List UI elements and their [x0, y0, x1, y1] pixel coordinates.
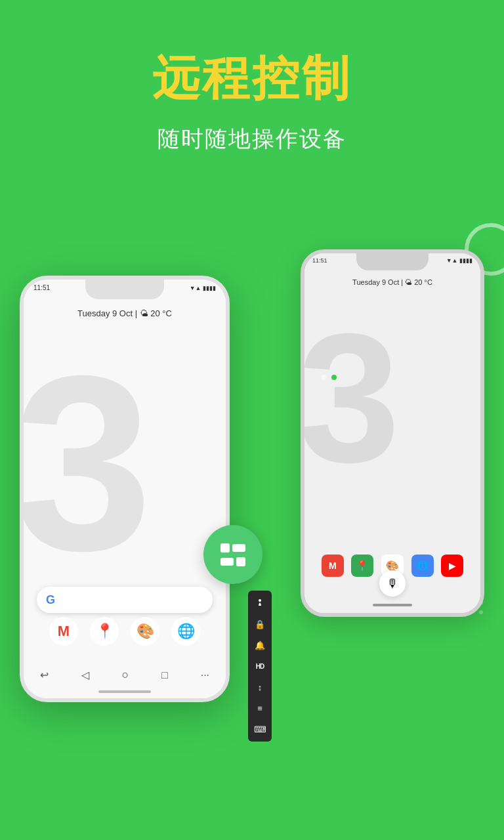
- toolbar-keyboard-icon[interactable]: ⌨: [249, 719, 270, 739]
- page-wrapper: 远程控制 随时随地操作设备 11:51 ▼▲ ▮▮▮▮ 3 Tuesday 9 …: [0, 0, 504, 840]
- phone-back: 11:51 ▼▲ ▮▮▮▮ 3 Tuesday 9 Oct | 🌤 20 °C …: [301, 249, 484, 617]
- phone-back-home-indicator: [373, 604, 412, 606]
- header-section: 远程控制 随时随地操作设备: [0, 0, 504, 154]
- phone-back-date-weather: Tuesday 9 Oct | 🌤 20 °C: [304, 278, 480, 286]
- phone-front-google-bar[interactable]: G: [37, 587, 213, 613]
- phone-front-date-weather: Tuesday 9 Oct | 🌤 20 °C: [24, 308, 226, 318]
- nav-home-circle-icon: ○: [122, 668, 129, 682]
- icon-chrome-front: 🌐: [171, 617, 200, 646]
- main-title: 远程控制: [0, 52, 504, 104]
- remote-control-button[interactable]: [203, 525, 262, 584]
- icon-chrome-back: 🌐: [411, 555, 434, 577]
- phone-front-home-indicator: [98, 690, 151, 693]
- nav-home-triangle-icon: ◁: [81, 669, 89, 681]
- phone-back-status-bar: 11:51 ▼▲ ▮▮▮▮: [312, 257, 472, 264]
- phone-front-frame: 11:51 ▼▲ ▮▮▮▮ 3 Tuesday 9 Oct | 🌤 20 °C …: [20, 276, 230, 702]
- nav-back-icon: ↩: [40, 669, 49, 681]
- phone-front-screen: 11:51 ▼▲ ▮▮▮▮ 3 Tuesday 9 Oct | 🌤 20 °C …: [24, 280, 226, 698]
- phone-front-dock: M 📍 🎨 🌐: [24, 617, 226, 646]
- phone-front-status-bar: 11:51 ▼▲ ▮▮▮▮: [33, 284, 216, 291]
- svg-point-0: [259, 599, 261, 602]
- sub-title: 随时随地操作设备: [0, 124, 504, 154]
- phone-back-time: 11:51: [312, 257, 327, 264]
- phone-back-google-assist: 🎙: [379, 570, 406, 597]
- icon-maps-back: 📍: [351, 555, 373, 577]
- phone-front-time: 11:51: [33, 284, 50, 291]
- nav-recent-icon: □: [161, 669, 168, 681]
- icon-gmail-front: M: [49, 617, 78, 646]
- phone-front-nav-bar: ↩ ◁ ○ □ ···: [24, 668, 226, 682]
- toolbar-arrows-icon[interactable]: ↕: [249, 677, 270, 697]
- toolbar-lock-icon[interactable]: 🔒: [249, 614, 270, 634]
- phone-back-signal: ▼▲ ▮▮▮▮: [446, 257, 472, 264]
- remote-control-icon: [220, 543, 245, 566]
- toolbar-sound-icon[interactable]: 🔔: [249, 635, 270, 655]
- phone-back-dots: [321, 375, 337, 380]
- phone-back-big-number: 3: [301, 306, 400, 490]
- phone-front: 11:51 ▼▲ ▮▮▮▮ 3 Tuesday 9 Oct | 🌤 20 °C …: [20, 276, 230, 702]
- icon-youtube-back: ▶: [441, 555, 463, 577]
- icon-gmail-back: M: [322, 555, 344, 577]
- toolbar-hd-label[interactable]: HD: [249, 656, 270, 676]
- nav-more-icon: ···: [201, 669, 209, 681]
- toolbar-settings-icon[interactable]: ≡: [249, 698, 270, 718]
- phone-back-screen: 11:51 ▼▲ ▮▮▮▮ 3 Tuesday 9 Oct | 🌤 20 °C …: [304, 253, 480, 613]
- right-toolbar: 🔒 🔔 HD ↕ ≡ ⌨: [248, 591, 272, 742]
- phone-back-frame: 11:51 ▼▲ ▮▮▮▮ 3 Tuesday 9 Oct | 🌤 20 °C …: [301, 249, 484, 617]
- phone-front-signal: ▼▲ ▮▮▮▮: [190, 285, 216, 291]
- icon-maps-front: 📍: [90, 617, 119, 646]
- toolbar-touch-icon[interactable]: [249, 593, 270, 613]
- phones-area: 11:51 ▼▲ ▮▮▮▮ 3 Tuesday 9 Oct | 🌤 20 °C …: [0, 210, 504, 801]
- icon-photos-front: 🎨: [131, 617, 159, 646]
- phone-front-big-number: 3: [20, 339, 152, 588]
